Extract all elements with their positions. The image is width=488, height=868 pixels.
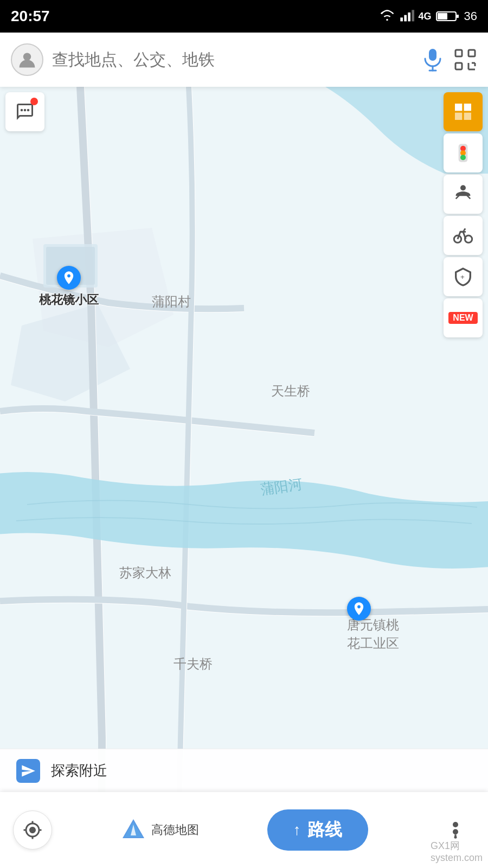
label-sujia-dalin: 苏家大林	[119, 564, 171, 582]
svg-rect-12	[468, 50, 475, 56]
explore-icon	[16, 759, 40, 783]
messages-button[interactable]	[5, 92, 44, 131]
svg-rect-3	[412, 10, 414, 21]
svg-rect-1	[404, 15, 407, 22]
poi-icon	[57, 266, 81, 290]
svg-point-38	[464, 228, 466, 230]
svg-point-26	[27, 109, 30, 112]
svg-rect-11	[455, 50, 462, 56]
logo-area: 高德地图	[120, 816, 199, 844]
gaode-logo	[120, 816, 147, 844]
svg-rect-29	[455, 113, 462, 120]
svg-rect-0	[400, 17, 403, 21]
svg-point-37	[465, 235, 472, 242]
traffic-button[interactable]	[444, 133, 483, 173]
street-view-button[interactable]	[444, 175, 483, 214]
battery-level: 36	[464, 9, 477, 23]
route-arrow-icon: ↑	[293, 821, 301, 839]
label-qianfu-bridge: 千夫桥	[174, 655, 213, 673]
svg-rect-2	[408, 12, 410, 21]
signal-icon	[399, 9, 414, 24]
infinity-icon: ∞	[56, 8, 67, 25]
safety-button[interactable]: +	[444, 257, 483, 296]
search-input[interactable]	[52, 50, 412, 69]
status-time: 20:57	[11, 8, 50, 25]
svg-rect-27	[455, 104, 462, 111]
locate-button[interactable]	[13, 810, 52, 850]
watermark: GX1网system.com	[431, 839, 483, 864]
search-bar	[0, 33, 488, 87]
map-layer-button[interactable]	[444, 92, 483, 131]
poi-icon-2	[347, 597, 371, 621]
svg-point-24	[21, 109, 23, 112]
svg-point-34	[460, 155, 466, 160]
route-label: 路线	[307, 818, 342, 842]
new-badge: NEW	[448, 312, 477, 324]
svg-point-46	[454, 836, 457, 839]
svg-point-25	[24, 109, 27, 112]
status-icons: 4G 36	[380, 9, 478, 24]
svg-rect-28	[464, 104, 471, 111]
new-feature-button[interactable]: NEW	[444, 298, 483, 337]
user-avatar[interactable]	[11, 43, 43, 76]
svg-rect-5	[438, 13, 447, 20]
label-tiansheng-bridge: 天生桥	[271, 382, 310, 400]
svg-point-35	[460, 185, 466, 190]
svg-point-7	[23, 53, 31, 60]
poi-tangyuan[interactable]	[347, 597, 371, 621]
route-button[interactable]: ↑ 路线	[267, 809, 368, 851]
svg-text:+: +	[460, 273, 465, 281]
label-puyang-village: 蒲阳村	[152, 293, 191, 310]
status-bar: 20:57 ∞ 4G 36	[0, 0, 488, 33]
gaode-logo-text: 高德地图	[151, 822, 199, 838]
scan-icon[interactable]	[453, 48, 477, 72]
svg-rect-8	[429, 49, 436, 61]
svg-rect-6	[457, 15, 459, 18]
bike-button[interactable]	[444, 216, 483, 255]
bottom-bar: 高德地图 ↑ 路线	[0, 792, 488, 868]
svg-point-36	[454, 235, 461, 242]
network-type: 4G	[419, 11, 432, 22]
map-area[interactable]: 蒲阳村 天生桥 蒲阳河 苏家大林 千夫桥 唐元镇桃 花工业区 桃花镜小区	[0, 87, 488, 868]
svg-rect-30	[464, 113, 471, 120]
microphone-icon[interactable]	[421, 48, 445, 72]
label-tangyuan-industrial: 唐元镇桃 花工业区	[347, 616, 399, 652]
wifi-icon	[380, 9, 395, 24]
svg-rect-13	[455, 63, 462, 69]
svg-point-44	[453, 829, 458, 834]
svg-point-43	[453, 822, 458, 827]
explore-text: 探索附近	[51, 761, 107, 780]
poi-label: 桃花镜小区	[39, 292, 99, 308]
notification-dot	[30, 98, 38, 105]
battery-icon	[436, 10, 460, 23]
right-toolbar: + NEW	[444, 92, 483, 337]
explore-bar[interactable]: 探索附近	[0, 749, 488, 792]
poi-taohua[interactable]: 桃花镜小区	[39, 266, 99, 308]
